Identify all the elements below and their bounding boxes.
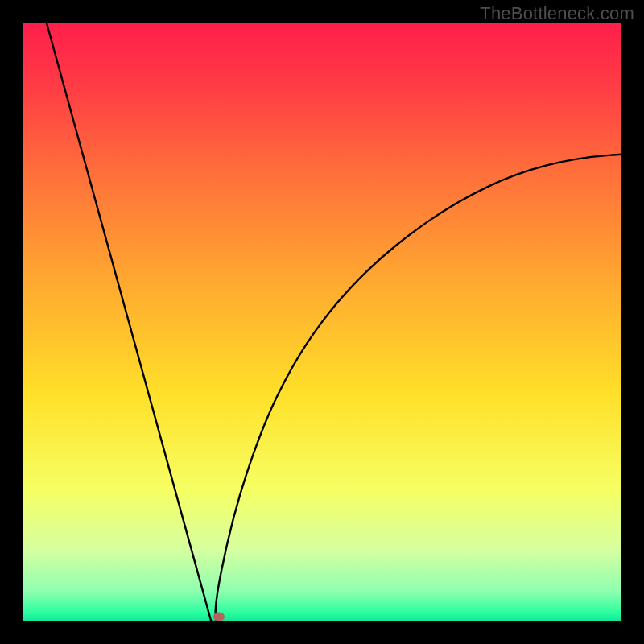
- chart-svg: [23, 23, 621, 621]
- chart-frame: TheBottleneck.com: [0, 0, 644, 644]
- plot-area: [23, 23, 621, 621]
- vertex-marker: [213, 613, 225, 621]
- watermark-text: TheBottleneck.com: [480, 3, 634, 24]
